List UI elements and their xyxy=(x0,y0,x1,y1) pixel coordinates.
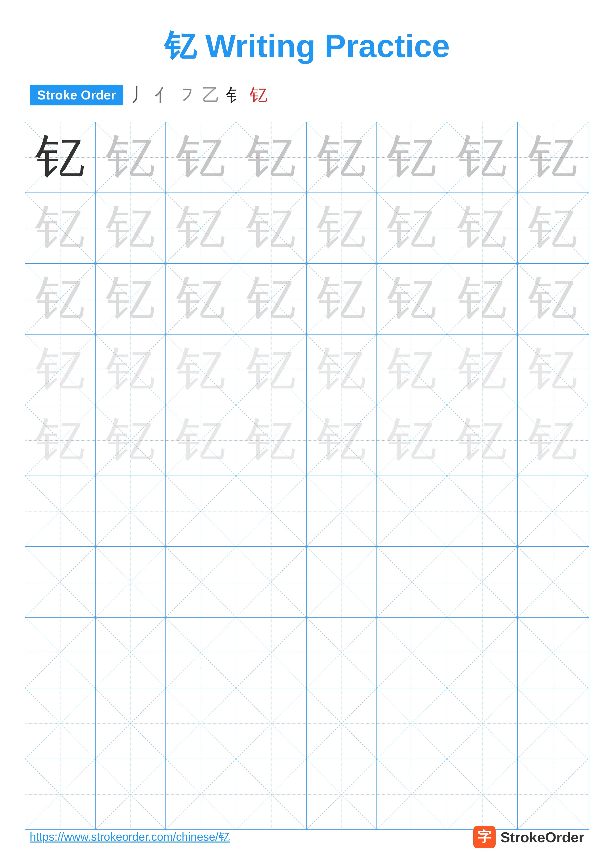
grid-cell[interactable]: 钇 xyxy=(377,122,447,192)
grid-cell[interactable]: 钇 xyxy=(518,335,588,405)
grid-cell[interactable] xyxy=(307,547,377,617)
grid-cell[interactable]: 钇 xyxy=(166,335,236,405)
grid-cell[interactable] xyxy=(307,476,377,546)
grid-cell[interactable] xyxy=(518,618,588,688)
grid-cell[interactable]: 钇 xyxy=(25,122,96,192)
grid-cell[interactable] xyxy=(166,759,236,829)
grid-cell[interactable] xyxy=(518,476,588,546)
grid-cell[interactable] xyxy=(518,547,588,617)
grid-cell[interactable] xyxy=(377,547,447,617)
grid-cell[interactable]: 钇 xyxy=(236,405,307,476)
svg-line-101 xyxy=(166,547,236,617)
grid-cell[interactable]: 钇 xyxy=(518,405,588,476)
svg-line-155 xyxy=(377,759,447,829)
grid-cell[interactable]: 钇 xyxy=(96,405,166,476)
footer-url-link[interactable]: https://www.strokeorder.com/chinese/钇 xyxy=(30,829,230,845)
grid-cell[interactable] xyxy=(25,759,96,829)
svg-line-147 xyxy=(96,759,165,829)
grid-cell[interactable] xyxy=(236,547,307,617)
svg-line-80 xyxy=(25,476,95,546)
grid-cell[interactable] xyxy=(518,759,588,829)
grid-cell[interactable] xyxy=(377,759,447,829)
grid-cell[interactable]: 钇 xyxy=(377,405,447,476)
grid-cell[interactable]: 钇 xyxy=(377,193,447,263)
grid-cell[interactable]: 钇 xyxy=(96,335,166,405)
grid-cell[interactable]: 钇 xyxy=(236,264,307,334)
grid-cell[interactable] xyxy=(96,547,166,617)
grid-cell[interactable] xyxy=(447,547,518,617)
grid-cell[interactable]: 钇 xyxy=(236,122,307,192)
svg-line-97 xyxy=(25,547,95,617)
grid-cell[interactable]: 钇 xyxy=(236,335,307,405)
grid-cell[interactable] xyxy=(307,618,377,688)
grid-cell[interactable]: 钇 xyxy=(166,193,236,263)
grid-cell[interactable]: 钇 xyxy=(166,405,236,476)
grid-row xyxy=(25,688,589,759)
stroke-order-badge: Stroke Order xyxy=(30,85,123,105)
grid-cell[interactable] xyxy=(25,547,96,617)
grid-cell[interactable] xyxy=(96,476,166,546)
svg-line-100 xyxy=(166,547,236,617)
grid-cell[interactable] xyxy=(447,759,518,829)
grid-cell[interactable] xyxy=(96,688,166,759)
grid-cell[interactable] xyxy=(447,476,518,546)
svg-line-81 xyxy=(25,476,95,546)
grid-cell[interactable] xyxy=(377,688,447,759)
svg-line-111 xyxy=(518,547,588,617)
grid-cell[interactable] xyxy=(447,618,518,688)
grid-cell[interactable]: 钇 xyxy=(447,264,518,334)
grid-cell[interactable] xyxy=(25,618,96,688)
svg-line-84 xyxy=(166,476,236,546)
grid-cell[interactable]: 钇 xyxy=(307,335,377,405)
practice-char: 钇 xyxy=(176,203,225,253)
grid-cell[interactable] xyxy=(25,688,96,759)
svg-line-149 xyxy=(166,759,236,829)
grid-cell[interactable]: 钇 xyxy=(447,335,518,405)
grid-cell[interactable]: 钇 xyxy=(25,335,96,405)
grid-cell[interactable] xyxy=(236,688,307,759)
grid-cell[interactable]: 钇 xyxy=(25,264,96,334)
grid-cell[interactable]: 钇 xyxy=(25,193,96,263)
grid-cell[interactable]: 钇 xyxy=(166,264,236,334)
grid-cell[interactable]: 钇 xyxy=(96,122,166,192)
grid-cell[interactable]: 钇 xyxy=(518,193,588,263)
grid-cell[interactable] xyxy=(96,618,166,688)
grid-row: 钇 钇 钇 钇 钇 钇 钇 钇 xyxy=(25,335,589,405)
grid-cell[interactable] xyxy=(96,759,166,829)
grid-cell[interactable]: 钇 xyxy=(377,335,447,405)
grid-cell[interactable]: 钇 xyxy=(307,264,377,334)
grid-cell[interactable]: 钇 xyxy=(25,405,96,476)
grid-cell[interactable] xyxy=(166,688,236,759)
svg-line-93 xyxy=(447,476,517,546)
grid-cell[interactable]: 钇 xyxy=(166,122,236,192)
grid-cell[interactable] xyxy=(166,547,236,617)
grid-cell[interactable] xyxy=(236,759,307,829)
grid-cell[interactable] xyxy=(236,476,307,546)
grid-cell[interactable] xyxy=(307,688,377,759)
grid-cell[interactable] xyxy=(166,618,236,688)
practice-char: 钇 xyxy=(317,416,366,465)
grid-cell[interactable]: 钇 xyxy=(307,193,377,263)
grid-cell[interactable] xyxy=(25,476,96,546)
grid-cell[interactable]: 钇 xyxy=(307,405,377,476)
grid-cell[interactable]: 钇 xyxy=(518,264,588,334)
grid-cell[interactable]: 钇 xyxy=(96,193,166,263)
grid-cell[interactable] xyxy=(518,688,588,759)
grid-cell[interactable]: 钇 xyxy=(96,264,166,334)
grid-cell[interactable] xyxy=(307,759,377,829)
practice-char: 钇 xyxy=(387,203,437,253)
grid-cell[interactable] xyxy=(377,476,447,546)
grid-cell[interactable]: 钇 xyxy=(447,122,518,192)
grid-cell[interactable]: 钇 xyxy=(307,122,377,192)
brand-icon: 字 xyxy=(473,826,496,848)
grid-cell[interactable]: 钇 xyxy=(447,193,518,263)
grid-cell[interactable]: 钇 xyxy=(518,122,588,192)
grid-cell[interactable]: 钇 xyxy=(236,193,307,263)
practice-char: 钇 xyxy=(457,203,507,253)
grid-cell[interactable]: 钇 xyxy=(447,405,518,476)
grid-cell[interactable]: 钇 xyxy=(377,264,447,334)
grid-cell[interactable] xyxy=(447,688,518,759)
grid-cell[interactable] xyxy=(377,618,447,688)
grid-cell[interactable] xyxy=(236,618,307,688)
grid-cell[interactable] xyxy=(166,476,236,546)
